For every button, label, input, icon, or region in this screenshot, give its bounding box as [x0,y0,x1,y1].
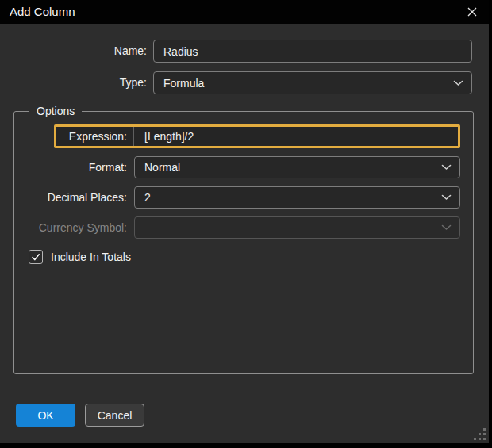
include-in-totals-label: Include In Totals [51,250,131,264]
checkmark-icon [31,253,40,262]
close-button[interactable] [460,0,484,24]
chevron-down-icon [453,80,463,86]
titlebar: Add Column [0,0,489,24]
options-group: Options Expression: Format: Normal Decim… [13,111,474,374]
expression-input[interactable] [134,127,458,146]
close-icon [466,6,479,18]
add-column-dialog: Add Column Name: Type: Formula Options E… [0,0,489,443]
include-in-totals-checkbox[interactable] [29,250,43,264]
options-group-legend: Options [29,105,82,117]
currency-symbol-dropdown [134,216,460,239]
name-input[interactable] [153,40,472,63]
decimal-places-dropdown-value: 2 [144,191,441,204]
type-dropdown-value: Formula [163,77,453,90]
resize-grip-icon[interactable] [474,428,486,441]
chevron-down-icon [441,224,452,231]
currency-symbol-label: Currency Symbol: [14,216,127,239]
name-label: Name: [0,40,147,63]
chevron-down-icon [441,164,452,170]
ok-button[interactable]: OK [16,404,75,427]
cancel-button[interactable]: Cancel [85,404,144,427]
format-label: Format: [14,156,127,178]
decimal-places-dropdown[interactable]: 2 [134,186,460,209]
format-dropdown-value: Normal [144,161,441,174]
dialog-title: Add Column [10,0,75,24]
expression-row: Expression: [54,124,460,148]
decimal-places-label: Decimal Places: [14,186,127,209]
type-label: Type: [0,71,147,94]
format-dropdown[interactable]: Normal [134,156,460,178]
expression-label: Expression: [56,127,133,146]
chevron-down-icon [441,194,452,201]
type-dropdown[interactable]: Formula [153,71,472,94]
